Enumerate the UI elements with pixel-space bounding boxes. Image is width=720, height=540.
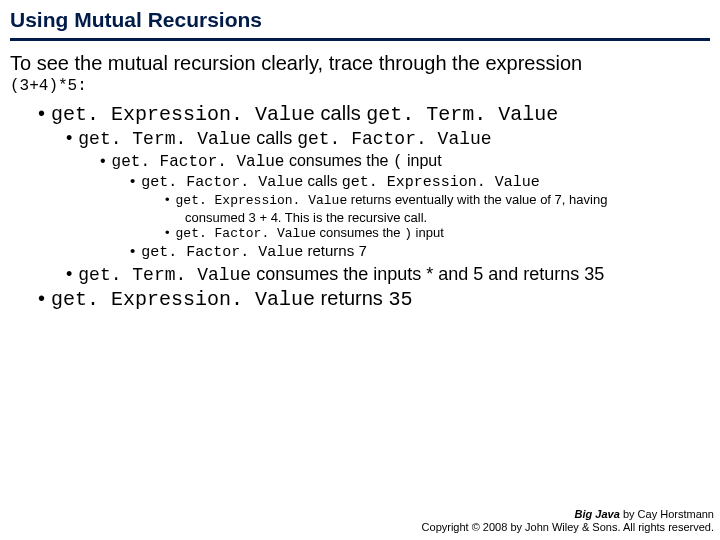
bullet-dot: •	[165, 192, 170, 208]
text-returns: returns	[303, 242, 358, 259]
bullet-l0-returns35: • get. Expression. Value returns 35	[38, 286, 710, 312]
footer: Big Java by Cay Horstmann Copyright © 20…	[422, 508, 714, 534]
code-getexpr: get. Expression. Value	[51, 103, 315, 126]
code-getexpr: get. Expression. Value	[51, 288, 315, 311]
text-returns-eventually: returns eventually with the value of 7, …	[347, 192, 607, 207]
bullet-l4-consumes-close: • get. Factor. Value consumes the ) inpu…	[165, 225, 710, 242]
bullet-dot: •	[100, 151, 106, 171]
title-rule	[10, 38, 710, 41]
code-getfactor: get. Factor. Value	[297, 129, 491, 149]
text-consumes: consumes the	[316, 225, 404, 240]
code-7: 7	[358, 244, 367, 261]
code-35: 35	[388, 288, 412, 311]
code-getexpr: get. Expression. Value	[176, 193, 348, 208]
bullet-dot: •	[130, 172, 135, 191]
code-paren-close: )	[404, 226, 412, 241]
code-getfactor: get. Factor. Value	[141, 244, 303, 261]
text-returns: returns	[315, 287, 388, 309]
text-calls: calls	[303, 172, 341, 189]
code-getfactor: get. Factor. Value	[141, 174, 303, 191]
code-getterm: get. Term. Value	[78, 265, 251, 285]
text-calls: calls	[315, 102, 366, 124]
bullet-l4-returns7: • get. Expression. Value returns eventua…	[165, 192, 710, 209]
code-getterm: get. Term. Value	[366, 103, 558, 126]
code-getfactor: get. Factor. Value	[176, 226, 316, 241]
bullet-dot: •	[38, 101, 45, 126]
text-input: input	[412, 225, 444, 240]
bullet-l1-calls: • get. Term. Value calls get. Factor. Va…	[66, 127, 710, 151]
bullet-l2-consumes-open: • get. Factor. Value consumes the ( inpu…	[100, 151, 710, 172]
bullet-l4-cont: consumed 3 + 4. This is the recursive ca…	[185, 210, 710, 225]
bullet-dot: •	[66, 263, 72, 286]
text-consumes: consumes the	[284, 152, 393, 169]
text-calls: calls	[251, 128, 297, 148]
bullet-l3-returns7: • get. Factor. Value returns 7	[130, 242, 710, 263]
book-title: Big Java	[575, 508, 620, 520]
code-getexpr: get. Expression. Value	[342, 174, 540, 191]
code-getterm: get. Term. Value	[78, 129, 251, 149]
code-paren-open: (	[393, 153, 403, 171]
bullet-dot: •	[38, 286, 45, 311]
text-input: input	[403, 152, 442, 169]
text-consumes-returns35: consumes the inputs * and 5 and returns …	[251, 264, 604, 284]
bullet-dot: •	[66, 127, 72, 150]
expression-code: (3+4)*5:	[10, 77, 710, 95]
bullet-dot: •	[165, 225, 170, 241]
book-author: by Cay Horstmann	[620, 508, 714, 520]
bullet-l1-returns35: • get. Term. Value consumes the inputs *…	[66, 263, 710, 287]
copyright: Copyright © 2008 by John Wiley & Sons. A…	[422, 521, 714, 534]
intro-text: To see the mutual recursion clearly, tra…	[10, 51, 710, 75]
slide-title: Using Mutual Recursions	[10, 8, 710, 32]
bullet-l0-calls: • get. Expression. Value calls get. Term…	[38, 101, 710, 127]
bullet-dot: •	[130, 242, 135, 261]
bullet-l3-calls-expr: • get. Factor. Value calls get. Expressi…	[130, 172, 710, 193]
code-getfactor: get. Factor. Value	[112, 153, 285, 171]
